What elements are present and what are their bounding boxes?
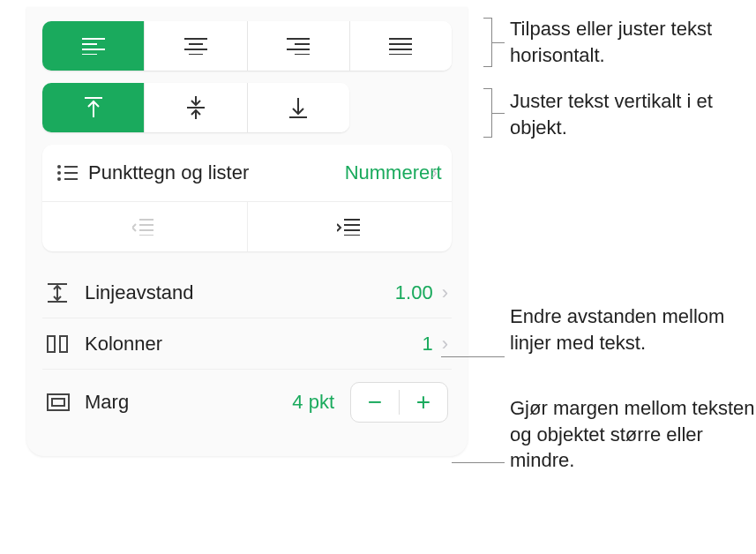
bullets-label: Punkttegn og lister	[88, 161, 345, 184]
margin-increase-button[interactable]: +	[400, 383, 447, 422]
format-panel: Punkttegn og lister Nummerert › Linjeavs…	[26, 7, 468, 456]
vertical-align-group	[42, 83, 349, 132]
callout-margin: Gjør margen mellom teksten og objektet s…	[510, 395, 756, 474]
valign-bottom-icon	[288, 96, 309, 119]
align-left-button[interactable]	[42, 21, 145, 71]
line-spacing-row[interactable]: Linjeavstand 1.00 ›	[42, 267, 452, 318]
callout-line	[441, 356, 505, 357]
svg-point-23	[57, 165, 61, 168]
align-right-icon	[286, 37, 311, 55]
line-spacing-label: Linjeavstand	[85, 281, 395, 304]
margin-decrease-button[interactable]: −	[351, 383, 399, 422]
callout-line	[492, 113, 505, 114]
bullets-value: Nummerert	[345, 162, 424, 183]
align-left-icon	[81, 37, 106, 55]
chevron-right-icon: ›	[442, 333, 448, 356]
valign-top-icon	[83, 96, 104, 119]
margin-row: Marg 4 pkt − +	[42, 370, 452, 435]
columns-value: 1	[422, 333, 432, 356]
svg-rect-43	[52, 399, 64, 406]
outdent-button[interactable]	[42, 202, 248, 251]
valign-middle-icon	[185, 95, 206, 120]
align-right-button[interactable]	[248, 21, 350, 71]
indent-icon	[337, 218, 362, 236]
bracket	[483, 88, 492, 138]
columns-label: Kolonner	[85, 333, 422, 356]
bullets-row[interactable]: Punkttegn og lister Nummerert ›	[42, 145, 452, 201]
valign-bottom-button[interactable]	[248, 83, 349, 132]
columns-icon	[46, 334, 85, 354]
svg-point-25	[57, 171, 61, 175]
indent-row	[42, 201, 452, 251]
columns-row[interactable]: Kolonner 1 ›	[42, 318, 452, 370]
indent-button[interactable]	[248, 202, 453, 251]
margin-icon	[46, 393, 85, 412]
bullets-section: Punkttegn og lister Nummerert ›	[42, 145, 452, 251]
bracket	[483, 18, 492, 67]
horizontal-align-group	[42, 21, 452, 71]
callout-linespacing: Endre avstanden mellom linjer med tekst.	[510, 303, 756, 356]
valign-middle-button[interactable]	[145, 83, 247, 132]
callout-vertical: Juster tekst vertikalt i et objekt.	[510, 88, 756, 140]
margin-label: Marg	[85, 391, 292, 414]
spacing-section: Linjeavstand 1.00 › Kolonner 1 › Marg 4 …	[42, 267, 452, 435]
svg-rect-41	[60, 336, 67, 352]
margin-value: 4 pkt	[292, 391, 334, 414]
svg-rect-42	[48, 394, 69, 410]
line-spacing-icon	[46, 282, 85, 303]
svg-point-27	[57, 177, 61, 181]
align-justify-button[interactable]	[350, 21, 452, 71]
callout-line	[452, 462, 505, 463]
line-spacing-value: 1.00	[395, 281, 433, 304]
outdent-icon	[132, 218, 157, 236]
margin-stepper: − +	[350, 382, 448, 423]
align-center-button[interactable]	[145, 21, 247, 71]
align-justify-icon	[388, 37, 413, 55]
callout-line	[492, 42, 505, 43]
list-icon	[56, 164, 88, 182]
callout-horizontal: Tilpass eller juster tekst horisontalt.	[510, 16, 756, 68]
chevron-right-icon: ›	[442, 281, 448, 304]
align-center-icon	[183, 37, 208, 55]
valign-top-button[interactable]	[42, 83, 145, 132]
svg-rect-40	[48, 336, 55, 352]
chevron-right-icon: ›	[431, 161, 438, 184]
